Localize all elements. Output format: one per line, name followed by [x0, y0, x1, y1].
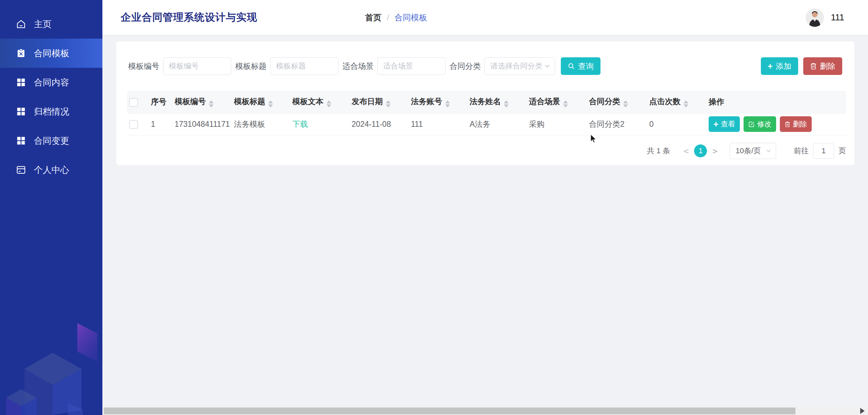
view-button[interactable]: + 查看 — [709, 116, 740, 132]
col-category: 合同分类 — [589, 91, 649, 113]
col-scene: 适合场景 — [529, 91, 589, 113]
filter-category: 合同分类 请选择合同分类 — [450, 57, 555, 75]
filter-scene: 适合场景 — [342, 57, 446, 75]
category-select[interactable]: 请选择合同分类 — [485, 57, 555, 75]
cell-legal-name: A法务 — [470, 113, 529, 135]
table-row: 1 1731048411171 法务模板 下载 2024-11-08 111 A… — [127, 113, 846, 135]
filter-label: 模板编号 — [128, 61, 159, 72]
template-title-input[interactable] — [270, 57, 338, 75]
user-avatar[interactable] — [806, 8, 824, 27]
sidebar-item-label: 归档情况 — [34, 106, 69, 118]
breadcrumb-home[interactable]: 首页 — [365, 12, 381, 23]
grid-icon — [16, 106, 26, 117]
sidebar-item-label: 合同变更 — [34, 135, 69, 147]
table-header-row: 序号 模板编号 模板标题 模板文本 发布日期 法务账号 法务姓名 适合场景 合同… — [127, 91, 846, 113]
filter-label: 模板标题 — [235, 61, 267, 72]
scrollbar-right-arrow-icon[interactable] — [860, 408, 865, 414]
chevron-down-icon — [544, 63, 551, 70]
add-button[interactable]: + 添加 — [761, 57, 798, 75]
cell-category: 合同分类2 — [589, 113, 649, 135]
top-header: 企业合同管理系统设计与实现 首页 / 合同模板 111 — [102, 0, 868, 35]
search-button[interactable]: 查询 — [561, 57, 600, 75]
col-actions: 操作 — [709, 91, 846, 113]
user-name[interactable]: 111 — [831, 12, 844, 23]
page-size-select[interactable]: 10条/页 — [730, 143, 776, 159]
scene-input[interactable] — [377, 57, 446, 75]
edit-button[interactable]: 修改 — [744, 116, 776, 132]
col-template-title: 模板标题 — [234, 91, 292, 113]
grid-icon — [16, 77, 26, 88]
sort-icon[interactable] — [623, 100, 628, 107]
sidebar-item-profile[interactable]: 个人中心 — [0, 155, 102, 184]
sidebar-item-label: 主页 — [34, 18, 52, 30]
chevron-down-icon — [766, 148, 772, 154]
cell-clicks: 0 — [649, 113, 709, 135]
cell-template-no: 1731048411171 — [175, 113, 234, 135]
home-icon — [16, 19, 26, 29]
horizontal-scrollbar-track[interactable] — [102, 407, 868, 415]
sidebar-item-home[interactable]: 主页 — [0, 9, 102, 39]
filter-bar: 模板编号 模板标题 适合场景 合同分类 请选择合同分类 查询 + 添加 — [128, 57, 842, 75]
sort-icon[interactable] — [327, 100, 331, 107]
delete-button[interactable]: 删除 — [780, 116, 812, 132]
goto-label: 前往 — [794, 146, 809, 156]
sidebar-item-label: 合同内容 — [34, 77, 69, 88]
trash-icon — [785, 121, 790, 127]
breadcrumb: 首页 / 合同模板 — [365, 0, 427, 35]
col-index: 序号 — [151, 91, 175, 113]
pagination: 共 1 条 < 1 > 10条/页 前往 页 — [647, 143, 846, 159]
sidebar-item-contract-change[interactable]: 合同变更 — [0, 126, 102, 155]
goto-unit: 页 — [839, 146, 846, 156]
sort-icon[interactable] — [445, 100, 450, 107]
contract-template-icon — [16, 48, 26, 59]
col-legal-account: 法务账号 — [411, 91, 470, 113]
filter-template-title: 模板标题 — [235, 57, 338, 75]
pagination-next-button[interactable]: > — [712, 146, 717, 156]
col-template-text: 模板文本 — [292, 91, 352, 113]
cell-index: 1 — [151, 113, 175, 135]
sort-icon[interactable] — [684, 100, 688, 107]
page-title: 企业合同管理系统设计与实现 — [121, 0, 257, 35]
breadcrumb-separator: / — [387, 13, 389, 22]
user-area: 111 — [806, 0, 844, 35]
edit-icon — [748, 121, 755, 127]
filter-label: 合同分类 — [450, 61, 481, 72]
horizontal-scrollbar-thumb[interactable] — [104, 408, 795, 414]
sort-icon[interactable] — [504, 100, 509, 107]
breadcrumb-current[interactable]: 合同模板 — [395, 12, 427, 23]
sidebar-item-archive-status[interactable]: 归档情况 — [0, 97, 102, 126]
filter-template-no: 模板编号 — [128, 57, 231, 75]
plus-icon: + — [768, 62, 773, 71]
goto-page-input[interactable] — [813, 143, 834, 159]
page-size-value: 10条/页 — [735, 146, 761, 156]
category-select-placeholder: 请选择合同分类 — [490, 61, 542, 71]
col-clicks: 点击次数 — [649, 91, 709, 113]
trash-icon — [810, 62, 817, 70]
filter-label: 适合场景 — [342, 61, 374, 72]
sidebar-item-label: 合同模板 — [34, 47, 69, 59]
sort-icon[interactable] — [268, 100, 273, 107]
pagination-prev-button[interactable]: < — [684, 146, 689, 156]
data-table: 序号 模板编号 模板标题 模板文本 发布日期 法务账号 法务姓名 适合场景 合同… — [127, 91, 846, 135]
grid-icon — [16, 135, 26, 146]
sort-icon[interactable] — [386, 100, 391, 107]
sort-icon[interactable] — [209, 100, 214, 107]
col-template-no: 模板编号 — [175, 91, 234, 113]
sidebar-decoration-cubes — [0, 312, 102, 415]
sidebar-item-label: 个人中心 — [34, 164, 69, 176]
row-actions: + 查看 修改 — [709, 116, 846, 132]
select-all-checkbox[interactable] — [129, 98, 138, 107]
row-checkbox[interactable] — [129, 120, 138, 129]
download-link[interactable]: 下载 — [292, 120, 308, 129]
sidebar-item-contract-template[interactable]: 合同模板 — [0, 39, 102, 68]
sidebar: 主页 合同模板 合同内容 — [0, 0, 102, 415]
cell-legal-account: 111 — [411, 113, 470, 135]
col-publish-date: 发布日期 — [352, 91, 411, 113]
sidebar-item-contract-content[interactable]: 合同内容 — [0, 68, 102, 97]
pagination-goto: 前往 页 — [794, 143, 846, 159]
template-no-input[interactable] — [163, 57, 231, 75]
batch-delete-button[interactable]: 删除 — [803, 57, 842, 75]
content-card: 模板编号 模板标题 适合场景 合同分类 请选择合同分类 查询 + 添加 — [116, 41, 854, 165]
pagination-page-1[interactable]: 1 — [694, 144, 707, 157]
sort-icon[interactable] — [563, 100, 568, 107]
